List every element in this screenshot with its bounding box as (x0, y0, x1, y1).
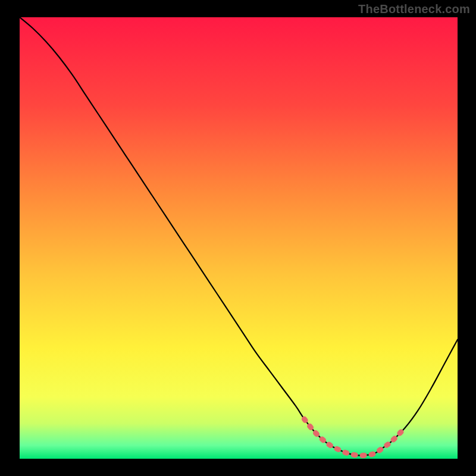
plot-background (20, 17, 458, 459)
watermark-text: TheBottleneck.com (358, 2, 470, 16)
chart-frame: TheBottleneck.com (0, 0, 476, 476)
bottleneck-curve-chart (0, 0, 476, 476)
